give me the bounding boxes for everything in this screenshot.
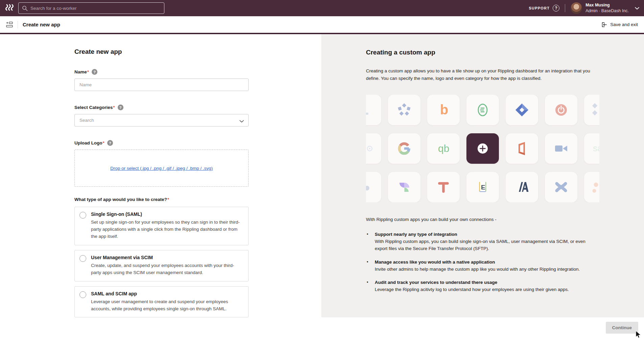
info-intro: Creating a custom app allows you to have…	[366, 67, 599, 82]
connections-line: With Rippling custom apps you can build …	[366, 217, 599, 222]
rippling-logo-icon	[5, 4, 14, 13]
bullet-title: Audit and track your services to underst…	[375, 280, 599, 285]
bullet-title: Manage access like you would with a nati…	[375, 260, 599, 265]
app-tile-petals-logo	[388, 172, 420, 202]
categories-help-icon[interactable]: ?	[118, 105, 123, 110]
bullet-description: Invite other admins to help manage the c…	[375, 266, 599, 273]
app-tile-custom-app-plus[interactable]	[466, 133, 499, 164]
app-tile-ribbon-x-logo	[545, 172, 577, 202]
search-icon	[22, 5, 28, 11]
logo-dropzone[interactable]: Drop or select (.jpg / .png / .gif / .jp…	[74, 150, 249, 187]
required-asterisk: *	[167, 197, 169, 202]
search-input[interactable]	[30, 6, 161, 11]
svg-text:qb: qb	[438, 143, 449, 154]
topbar-divider	[565, 4, 565, 12]
app-type-option-card[interactable]: User Management via SCIMCreate, update, …	[74, 250, 249, 281]
upload-help-icon[interactable]: ?	[107, 140, 113, 146]
exit-icon	[601, 22, 607, 28]
bullet-description: Leverage the Rippling acitivty log to un…	[375, 286, 599, 293]
radio-button[interactable]	[79, 255, 86, 262]
user-role: Admin · BaseDash Inc.	[585, 8, 629, 14]
option-title: SAML and SCIM app	[91, 291, 240, 296]
avatar[interactable]	[571, 2, 582, 14]
app-tile-e-card-logo: E	[466, 172, 499, 202]
feature-bullet: Support nearly any type of integrationWi…	[366, 232, 599, 252]
info-panel: Creating a custom app Creating a custom …	[321, 34, 644, 317]
option-title: Single Sign-on (SAML)	[91, 211, 240, 217]
option-description: Set up single sign-on for your employees…	[91, 219, 240, 240]
app-tile-power-circle-logo	[545, 95, 577, 125]
option-description: Create, update, and suspend your employe…	[91, 262, 240, 276]
support-help-icon[interactable]: ?	[553, 5, 559, 12]
app-tile-sa-letters-logo: sa	[584, 133, 599, 164]
rippling-logo[interactable]	[5, 3, 15, 13]
support-link[interactable]: SUPPORT	[529, 6, 550, 10]
continue-button[interactable]: Continue	[606, 322, 639, 334]
bullet-description: With Rippling custom apps, you can build…	[375, 238, 599, 252]
categories-search-input[interactable]	[74, 114, 249, 127]
option-description: Leverage user management to create and s…	[91, 298, 240, 313]
name-help-icon[interactable]: ?	[92, 69, 97, 75]
search-box[interactable]	[18, 2, 164, 14]
save-and-exit-label: Save and exit	[610, 22, 638, 27]
name-input[interactable]	[74, 78, 249, 91]
app-type-option-card[interactable]: Single Sign-on (SAML)Set up single sign-…	[74, 207, 249, 245]
app-tile-google-logo	[388, 133, 420, 164]
header-divider	[18, 21, 18, 28]
page-title: Create new app	[23, 22, 60, 27]
categories-label: Select Categories* ?	[74, 105, 249, 110]
upload-link[interactable]: Drop or select (.jpg / .png / .gif / .jp…	[110, 166, 213, 171]
feature-bullet: Audit and track your services to underst…	[366, 280, 599, 293]
required-asterisk: *	[113, 105, 115, 110]
user-info[interactable]: Max Musing Admin · BaseDash Inc.	[585, 2, 629, 14]
app-tile-numeral-one-logo	[366, 95, 381, 125]
app-tile-office-logo	[506, 133, 538, 164]
main-content: Create new app Name* ? Select Categories…	[0, 34, 644, 317]
app-tile-b-letter-logo: b	[427, 95, 460, 125]
upload-logo-label: Upload Logo* ?	[74, 140, 249, 146]
app-tile-pentagon-logo	[388, 95, 420, 125]
svg-text:E: E	[481, 183, 485, 190]
radio-button[interactable]	[79, 212, 86, 219]
app-tile-blue-diamond-logo	[506, 95, 538, 125]
app-tile-cloud-logo	[366, 172, 381, 202]
app-type-question: What type of app would you like to creat…	[74, 197, 249, 202]
app-tile-lines-oval-logo	[466, 95, 499, 125]
radio-button[interactable]	[79, 291, 86, 298]
chevron-down-icon[interactable]	[635, 7, 639, 10]
topbar: SUPPORT ? Max Musing Admin · BaseDash In…	[0, 0, 644, 16]
name-label: Name* ?	[74, 69, 249, 75]
option-title: User Management via SCIM	[91, 255, 240, 260]
page-header: Create new app Save and exit	[0, 16, 644, 34]
required-asterisk: *	[102, 140, 104, 145]
app-tile-t-letter-logo	[427, 172, 460, 202]
mouse-cursor	[635, 331, 642, 338]
app-tile-grid: broqbsaE	[366, 95, 599, 202]
svg-text:b: b	[440, 102, 448, 117]
app-tile-double-diamond-logo	[584, 95, 599, 125]
app-list-icon[interactable]	[6, 22, 13, 28]
feature-bullet: Manage access like you would with a nati…	[366, 260, 599, 273]
form-title: Create new app	[74, 48, 249, 55]
form-panel: Create new app Name* ? Select Categories…	[0, 34, 321, 317]
footer: Continue	[0, 317, 644, 338]
app-tile-video-camera-logo	[545, 133, 577, 164]
categories-select[interactable]	[74, 114, 249, 127]
info-title: Creating a custom app	[366, 49, 599, 56]
app-type-option-card[interactable]: SAML and SCIM appLeverage user managemen…	[74, 286, 249, 318]
app-tile-dots-logo	[584, 172, 599, 202]
app-tile-quickbooks-logo: qb	[427, 133, 460, 164]
app-tile-slant-a-logo	[506, 172, 538, 202]
bullet-title: Support nearly any type of integration	[375, 232, 599, 237]
save-and-exit-button[interactable]: Save and exit	[601, 22, 638, 28]
feature-bullets: Support nearly any type of integrationWi…	[366, 232, 599, 294]
app-tile-ro-target-logo: ro	[366, 133, 381, 164]
svg-text:sa: sa	[593, 143, 599, 153]
required-asterisk: *	[87, 69, 89, 74]
user-name: Max Musing	[585, 2, 629, 8]
